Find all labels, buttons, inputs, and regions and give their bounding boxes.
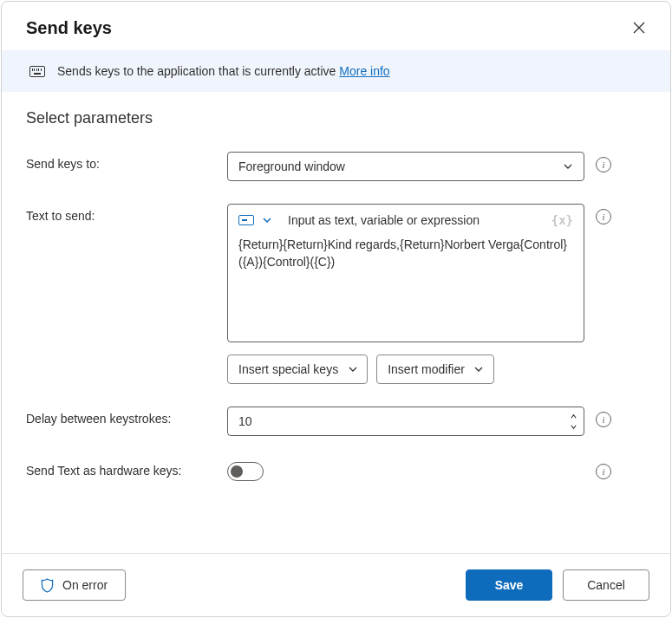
insert-special-label: Insert special keys: [238, 362, 338, 376]
delay-value: 10: [238, 414, 252, 428]
more-info-link[interactable]: More info: [339, 64, 389, 78]
dialog-content: Select parameters Send keys to: Foregrou…: [2, 92, 670, 553]
hardware-keys-toggle[interactable]: [227, 462, 264, 481]
chevron-down-icon[interactable]: [261, 215, 272, 226]
send-keys-dialog: Send keys Sends keys to the application …: [1, 1, 671, 617]
help-icon-text-to-send[interactable]: i: [596, 209, 611, 224]
label-delay: Delay between keystrokes:: [26, 407, 227, 426]
delay-input[interactable]: 10: [227, 407, 584, 436]
info-banner: Sends keys to the application that is cu…: [2, 50, 670, 92]
insert-modifier-label: Insert modifier: [388, 362, 465, 376]
row-hardware-keys: Send Text as hardware keys: i: [26, 459, 646, 481]
select-send-keys-to[interactable]: Foreground window: [227, 152, 584, 181]
cancel-button[interactable]: Cancel: [563, 569, 649, 601]
row-send-keys-to: Send keys to: Foreground window i: [26, 152, 646, 181]
toggle-knob: [231, 465, 243, 478]
dialog-footer: On error Save Cancel: [2, 553, 670, 616]
cancel-label: Cancel: [587, 578, 625, 592]
text-input-placeholder: Input as text, variable or expression: [288, 213, 480, 227]
save-button[interactable]: Save: [466, 569, 552, 601]
label-send-keys-to: Send keys to:: [26, 152, 227, 171]
chevron-down-icon: [347, 364, 358, 375]
dialog-header: Send keys: [2, 2, 670, 50]
chevron-down-icon: [562, 161, 573, 172]
chevron-down-icon: [473, 364, 485, 375]
text-input-value: {Return}{Return}Kind regards,{Return}Nor…: [238, 236, 573, 271]
help-icon-hardware[interactable]: i: [596, 464, 611, 479]
select-value: Foreground window: [238, 159, 345, 173]
on-error-label: On error: [62, 578, 108, 592]
variable-icon[interactable]: {x}: [551, 213, 573, 227]
label-text-to-send: Text to send:: [26, 204, 227, 223]
close-button[interactable]: [629, 17, 649, 38]
keyboard-icon: [29, 66, 45, 77]
insert-special-keys-button[interactable]: Insert special keys: [227, 355, 368, 384]
insert-buttons-row: Insert special keys Insert modifier: [227, 355, 584, 384]
text-format-icon[interactable]: [238, 215, 254, 225]
insert-modifier-button[interactable]: Insert modifier: [376, 355, 494, 384]
spin-down-button[interactable]: [566, 421, 580, 432]
text-input-header: Input as text, variable or expression {x…: [238, 213, 573, 227]
text-to-send-input[interactable]: Input as text, variable or expression {x…: [227, 204, 584, 342]
row-delay: Delay between keystrokes: 10 i: [26, 407, 646, 436]
help-icon-delay[interactable]: i: [596, 412, 611, 427]
save-label: Save: [495, 578, 524, 592]
banner-text: Sends keys to the application that is cu…: [57, 64, 339, 78]
row-text-to-send: Text to send: Input as text, variable or…: [26, 204, 646, 384]
shield-icon: [41, 578, 54, 593]
help-icon-send-keys-to[interactable]: i: [596, 157, 611, 172]
spin-up-button[interactable]: [566, 411, 580, 421]
label-hardware-keys: Send Text as hardware keys:: [26, 459, 227, 478]
section-title: Select parameters: [26, 109, 646, 127]
on-error-button[interactable]: On error: [23, 569, 126, 601]
info-banner-text: Sends keys to the application that is cu…: [57, 64, 390, 78]
spinner: [566, 407, 580, 435]
dialog-title: Send keys: [26, 18, 112, 38]
